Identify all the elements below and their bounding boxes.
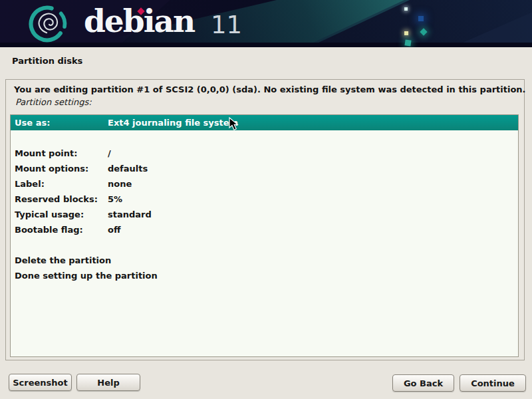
list-item[interactable]: Done setting up the partition [11,268,518,283]
item-label: Delete the partition [15,253,111,268]
list-item[interactable]: Use as:Ext4 journaling file system [11,115,518,130]
item-label: Reserved blocks: [15,192,98,207]
list-item[interactable]: Mount options:defaults [11,161,518,176]
list-item[interactable]: Reserved blocks:5% [11,192,518,207]
item-label: Mount point: [15,146,77,161]
decor-square-teal [404,39,411,46]
item-value: Ext4 journaling file system [108,115,238,130]
partition-list[interactable]: Use as:Ext4 journaling file systemMount … [10,114,519,357]
decor-square-blue [418,16,424,21]
item-label: Label: [15,176,45,192]
item-value: none [108,176,132,192]
list-spacer [11,130,518,146]
list-item[interactable]: Delete the partition [11,253,518,268]
header-banner: debian 11 [0,0,532,47]
item-label: Mount options: [15,161,88,176]
item-label: Typical usage: [15,207,84,222]
help-button[interactable]: Help [76,374,140,391]
item-value: standard [108,207,152,222]
item-value: defaults [108,161,148,176]
go-back-button[interactable]: Go Back [392,374,454,392]
list-spacer [11,237,518,253]
list-item[interactable]: Typical usage:standard [11,207,518,222]
screenshot-button[interactable]: Screenshot [9,374,72,391]
list-item[interactable]: Mount point:/ [11,146,518,161]
content-frame: You are editing partition #1 of SCSI2 (0… [5,79,525,360]
debian-wordmark: debian [84,3,194,39]
item-value: 5% [108,192,122,207]
edit-partition-message: You are editing partition #1 of SCSI2 (0… [14,84,526,94]
continue-button[interactable]: Continue [460,374,526,392]
item-value: / [108,146,111,161]
mouse-cursor-icon [229,117,239,131]
list-item[interactable]: Bootable flag:off [11,222,518,237]
debian-swirl-icon [28,3,69,45]
item-label: Use as: [15,115,50,130]
list-item[interactable]: Label:none [11,176,518,192]
item-label: Done setting up the partition [15,268,158,283]
item-value: off [108,222,120,237]
item-label: Bootable flag: [15,222,83,237]
partition-settings-label: Partition settings: [15,97,92,107]
decor-square-white [404,7,408,11]
page-title: Partition disks [12,56,82,66]
header-bottom-strip [0,43,532,47]
decor-square-yellow [404,31,408,35]
installer-window: debian 11 Partition disks You are editin… [0,0,532,399]
debian-version: 11 [211,11,242,39]
